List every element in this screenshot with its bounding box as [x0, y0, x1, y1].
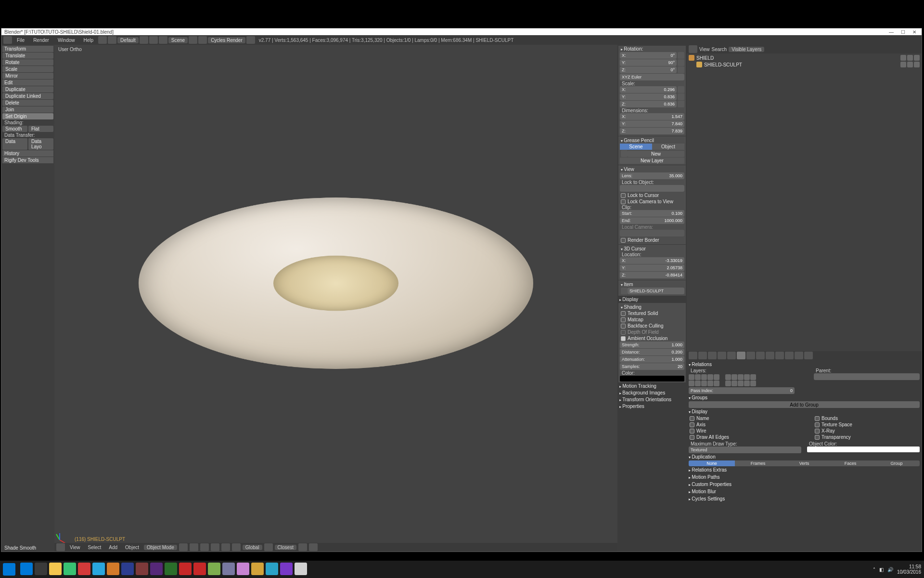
- duplicate-linked-button[interactable]: Duplicate Linked: [2, 93, 53, 99]
- 3d-viewport[interactable]: User Ortho (116) SHIELD-SCULPT View Sele…: [54, 45, 617, 552]
- viewport-shading-icon[interactable]: [179, 543, 188, 551]
- props-editor-type-icon[interactable]: [689, 352, 697, 359]
- scale-x-lock[interactable]: [678, 86, 684, 93]
- taskbar-app-6[interactable]: [107, 563, 119, 575]
- render-engine-select[interactable]: Cycles Render: [208, 37, 245, 43]
- screen-layout-select[interactable]: Default: [117, 37, 139, 43]
- taskbar-app-13[interactable]: [208, 563, 220, 575]
- dup-none[interactable]: None: [689, 460, 735, 466]
- pivot-icon[interactable]: [190, 543, 198, 551]
- taskbar-app-1[interactable]: [35, 563, 47, 575]
- taskbar-app-4[interactable]: [78, 563, 90, 575]
- disp-bounds-check[interactable]: [815, 416, 820, 421]
- tab-scene-icon[interactable]: [718, 352, 726, 359]
- taskbar-app-3[interactable]: [64, 563, 76, 575]
- tab-particles-icon[interactable]: [795, 352, 803, 359]
- set-origin-button[interactable]: Set Origin: [2, 113, 53, 119]
- vp-menu-object[interactable]: Object: [122, 545, 142, 550]
- rot-z[interactable]: Z:0°: [620, 66, 677, 73]
- lock-cam-check[interactable]: [621, 199, 626, 204]
- cycles-settings-header[interactable]: Cycles Settings: [689, 495, 920, 502]
- tools-transform-header[interactable]: Transform: [2, 46, 53, 52]
- history-header[interactable]: History: [2, 150, 53, 157]
- rel-extras-header[interactable]: Relations Extras: [689, 466, 920, 473]
- disp-axis-check[interactable]: [690, 422, 694, 427]
- matcap-check[interactable]: [621, 317, 626, 322]
- layer-grid-b[interactable]: [725, 374, 756, 386]
- render-preview-icon[interactable]: [309, 543, 318, 551]
- manip-rotate-icon[interactable]: [221, 543, 230, 551]
- gp-tab-object[interactable]: Object: [652, 144, 684, 150]
- cursor-y[interactable]: Y:2.05738: [620, 264, 684, 271]
- obj-color-swatch[interactable]: [807, 447, 920, 452]
- rot-y[interactable]: Y:90°: [620, 59, 677, 66]
- ao-samples[interactable]: Samples:20: [620, 363, 684, 370]
- lock-obj-field[interactable]: [620, 185, 684, 192]
- translate-button[interactable]: Translate: [2, 53, 53, 59]
- shade-smooth-button[interactable]: Smooth: [2, 126, 27, 132]
- join-button[interactable]: Join: [2, 106, 53, 113]
- vp-menu-add[interactable]: Add: [106, 545, 120, 550]
- outliner-search-menu[interactable]: Search: [712, 47, 727, 52]
- scene-select[interactable]: Scene: [168, 37, 188, 43]
- manip-scale-icon[interactable]: [232, 543, 241, 551]
- taskbar-app-18[interactable]: [280, 563, 293, 575]
- item-header[interactable]: Item: [620, 281, 684, 288]
- mode-select[interactable]: Object Mode: [144, 545, 177, 550]
- tab-renderlayers-icon[interactable]: [708, 352, 717, 359]
- cursor-x[interactable]: X:-3.33019: [620, 257, 684, 264]
- rot-y-lock[interactable]: [678, 59, 684, 66]
- del-scene-icon[interactable]: [198, 36, 207, 44]
- gp-new-layer[interactable]: New Layer: [620, 158, 684, 164]
- menu-window[interactable]: Window: [54, 38, 79, 43]
- taskbar-app-9[interactable]: [150, 563, 163, 575]
- delete-button[interactable]: Delete: [2, 100, 53, 106]
- tab-render-icon[interactable]: [698, 352, 707, 359]
- del-layout-icon[interactable]: [149, 36, 158, 44]
- dim-z[interactable]: Z:7.839: [620, 128, 684, 134]
- taskbar-app-14[interactable]: [222, 563, 235, 575]
- render-icon[interactable]: [914, 55, 920, 61]
- tab-constraints-icon[interactable]: [746, 352, 755, 359]
- bg-images-header[interactable]: Background Images: [618, 390, 686, 396]
- tab-texture-icon[interactable]: [785, 352, 794, 359]
- tray-up-icon[interactable]: ˄: [873, 567, 875, 572]
- ao-strength[interactable]: Strength:1.000: [620, 342, 684, 348]
- duplication-header[interactable]: Duplication: [689, 453, 920, 460]
- taskbar-app-5[interactable]: [92, 563, 105, 575]
- layers-icon[interactable]: [264, 543, 273, 551]
- rot-x-lock[interactable]: [678, 52, 684, 59]
- viewport-editor-type-icon[interactable]: [56, 543, 65, 551]
- disp-texspace-check[interactable]: [815, 422, 820, 427]
- rot-mode[interactable]: XYZ Euler: [620, 74, 684, 80]
- dim-x[interactable]: X:1.547: [620, 113, 684, 120]
- cursor-header[interactable]: 3D Cursor: [620, 246, 684, 252]
- disp-name-check[interactable]: [690, 416, 694, 421]
- tab-world-icon[interactable]: [727, 352, 736, 359]
- taskbar-app-19[interactable]: [295, 563, 307, 575]
- tab-modifiers-icon[interactable]: [756, 352, 765, 359]
- visible-icon[interactable]: [900, 55, 906, 61]
- close-button[interactable]: ✕: [910, 29, 919, 35]
- gp-edit-icon[interactable]: [621, 150, 628, 157]
- taskbar-app-17[interactable]: [266, 563, 278, 575]
- outliner-tree[interactable]: SHIELD SHIELD-SCULPT: [687, 53, 922, 351]
- taskbar-app-7[interactable]: [121, 563, 134, 575]
- cursor-z[interactable]: Z:-0.89414: [620, 272, 684, 278]
- motion-paths-header[interactable]: Motion Paths: [689, 473, 920, 481]
- tab-material-icon[interactable]: [775, 352, 784, 359]
- render-border-check[interactable]: [621, 238, 626, 243]
- dup-group[interactable]: Group: [873, 460, 920, 466]
- scale-y[interactable]: Y:0.836: [620, 93, 677, 100]
- taskbar-app-8[interactable]: [136, 563, 148, 575]
- lock-cursor-check[interactable]: [621, 193, 626, 198]
- taskbar-app-2[interactable]: [49, 563, 62, 575]
- duplicate-button[interactable]: Duplicate: [2, 86, 53, 92]
- item-name-field[interactable]: SHIELD-SCULPT: [628, 288, 684, 294]
- tex-solid-check[interactable]: [621, 311, 626, 316]
- scale-x[interactable]: X:0.296: [620, 86, 677, 93]
- dt-datalayout-button[interactable]: Data Layo: [28, 138, 53, 150]
- disp-drawall-check[interactable]: [690, 435, 694, 440]
- tab-object-icon[interactable]: [737, 352, 745, 359]
- backface-check[interactable]: [621, 324, 626, 328]
